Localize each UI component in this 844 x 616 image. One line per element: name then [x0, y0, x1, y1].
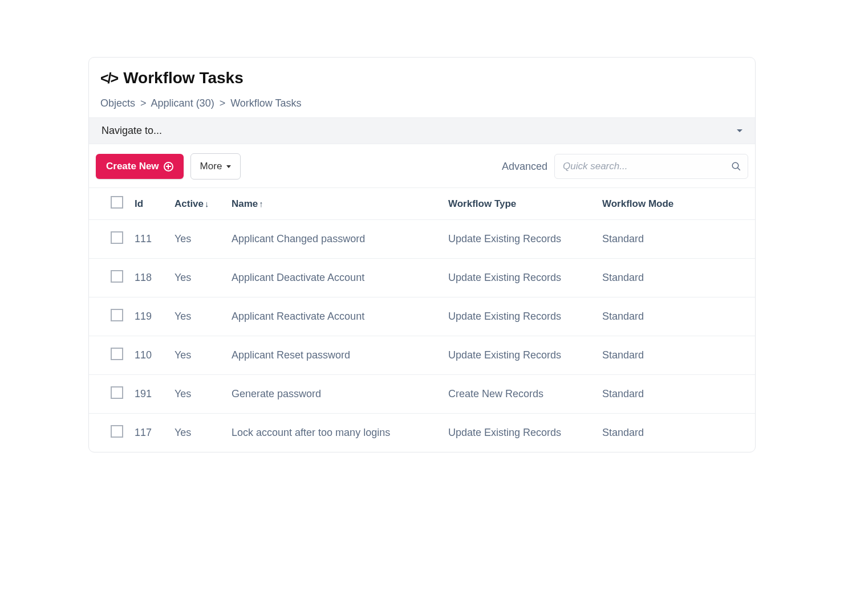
- cell-type: Update Existing Records: [443, 414, 597, 452]
- cell-id: 117: [129, 414, 169, 452]
- table-row[interactable]: 191 Yes Generate password Create New Rec…: [89, 375, 755, 414]
- cell-id: 191: [129, 375, 169, 414]
- navigate-placeholder: Navigate to...: [102, 125, 162, 137]
- cell-checkbox: [89, 336, 129, 375]
- search-wrap: [554, 154, 748, 179]
- cell-mode: Standard: [597, 375, 755, 414]
- breadcrumb-item-objects[interactable]: Objects: [100, 97, 135, 109]
- cell-active: Yes: [169, 259, 226, 297]
- column-select-all: [89, 188, 129, 220]
- cell-name: Applicant Changed password: [226, 220, 443, 259]
- cell-type: Update Existing Records: [443, 259, 597, 297]
- table-header-row: Id Active↓ Name↑ Workflow Type Workflow …: [89, 188, 755, 220]
- cell-name: Lock account after too many logins: [226, 414, 443, 452]
- column-header-id[interactable]: Id: [129, 188, 169, 220]
- cell-type: Update Existing Records: [443, 297, 597, 336]
- cell-name: Applicant Deactivate Account: [226, 259, 443, 297]
- table-row[interactable]: 110 Yes Applicant Reset password Update …: [89, 336, 755, 375]
- breadcrumb-separator: >: [220, 97, 226, 109]
- row-checkbox[interactable]: [111, 309, 123, 321]
- page-title: Workflow Tasks: [123, 69, 244, 87]
- navigate-dropdown[interactable]: Navigate to...: [89, 117, 755, 144]
- column-header-mode[interactable]: Workflow Mode: [597, 188, 755, 220]
- title-row: </> Workflow Tasks: [100, 69, 744, 87]
- column-header-id-label: Id: [135, 198, 143, 209]
- row-checkbox[interactable]: [111, 425, 123, 438]
- cell-name: Generate password: [226, 375, 443, 414]
- table-row[interactable]: 119 Yes Applicant Reactivate Account Upd…: [89, 297, 755, 336]
- column-header-type[interactable]: Workflow Type: [443, 188, 597, 220]
- toolbar: Create New More Advanced: [89, 144, 755, 188]
- table-row[interactable]: 111 Yes Applicant Changed password Updat…: [89, 220, 755, 259]
- row-checkbox[interactable]: [111, 386, 123, 399]
- cell-id: 119: [129, 297, 169, 336]
- search-input[interactable]: [554, 154, 748, 179]
- breadcrumb-item-applicant[interactable]: Applicant (30): [151, 97, 214, 109]
- cell-checkbox: [89, 259, 129, 297]
- cell-id: 111: [129, 220, 169, 259]
- breadcrumb-item-workflow-tasks[interactable]: Workflow Tasks: [230, 97, 301, 109]
- select-all-checkbox[interactable]: [111, 196, 123, 209]
- cell-mode: Standard: [597, 336, 755, 375]
- table-row[interactable]: 117 Yes Lock account after too many logi…: [89, 414, 755, 452]
- breadcrumb-separator: >: [140, 97, 147, 109]
- row-checkbox[interactable]: [111, 348, 123, 360]
- cell-active: Yes: [169, 336, 226, 375]
- row-checkbox[interactable]: [111, 270, 123, 283]
- header: </> Workflow Tasks Objects > Applicant (…: [89, 58, 755, 117]
- cell-name: Applicant Reactivate Account: [226, 297, 443, 336]
- cell-mode: Standard: [597, 259, 755, 297]
- more-label: More: [200, 161, 222, 172]
- plus-circle-icon: [164, 162, 173, 172]
- column-header-active[interactable]: Active↓: [169, 188, 226, 220]
- caret-down-icon: [226, 165, 231, 168]
- more-button[interactable]: More: [190, 153, 241, 180]
- sort-down-icon: ↓: [205, 199, 209, 209]
- column-header-active-label: Active: [175, 198, 204, 209]
- cell-type: Update Existing Records: [443, 336, 597, 375]
- code-icon: </>: [100, 70, 117, 87]
- workflow-table: Id Active↓ Name↑ Workflow Type Workflow …: [89, 188, 755, 452]
- column-header-name-label: Name: [232, 198, 258, 209]
- sort-up-icon: ↑: [259, 199, 263, 209]
- cell-checkbox: [89, 414, 129, 452]
- advanced-link[interactable]: Advanced: [502, 161, 547, 173]
- cell-active: Yes: [169, 297, 226, 336]
- column-header-name[interactable]: Name↑: [226, 188, 443, 220]
- breadcrumb: Objects > Applicant (30) > Workflow Task…: [100, 97, 744, 109]
- table-row[interactable]: 118 Yes Applicant Deactivate Account Upd…: [89, 259, 755, 297]
- row-checkbox[interactable]: [111, 231, 123, 244]
- create-new-label: Create New: [106, 161, 159, 172]
- cell-active: Yes: [169, 375, 226, 414]
- cell-id: 118: [129, 259, 169, 297]
- caret-down-icon: [737, 129, 742, 132]
- cell-active: Yes: [169, 414, 226, 452]
- cell-checkbox: [89, 297, 129, 336]
- cell-type: Create New Records: [443, 375, 597, 414]
- main-card: </> Workflow Tasks Objects > Applicant (…: [88, 57, 756, 452]
- cell-checkbox: [89, 220, 129, 259]
- cell-mode: Standard: [597, 414, 755, 452]
- create-new-button[interactable]: Create New: [96, 154, 184, 179]
- cell-mode: Standard: [597, 297, 755, 336]
- cell-type: Update Existing Records: [443, 220, 597, 259]
- cell-id: 110: [129, 336, 169, 375]
- cell-checkbox: [89, 375, 129, 414]
- cell-mode: Standard: [597, 220, 755, 259]
- cell-name: Applicant Reset password: [226, 336, 443, 375]
- cell-active: Yes: [169, 220, 226, 259]
